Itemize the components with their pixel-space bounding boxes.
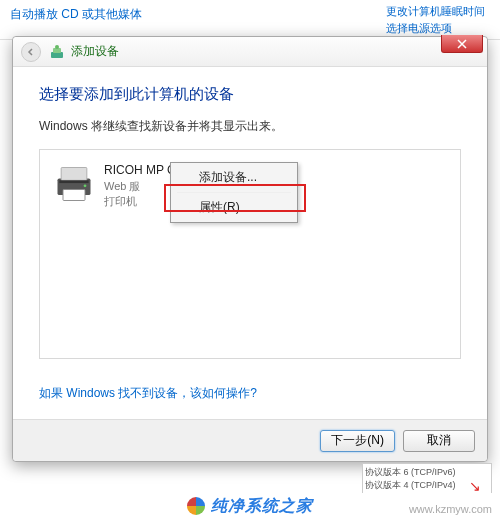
background-protocol-panel: 协议版本 6 (TCP/IPv6) 协议版本 4 (TCP/IPv4) ↘ [362,463,492,495]
svg-rect-6 [59,180,88,183]
autoplay-link[interactable]: 自动播放 CD 或其他媒体 [10,7,142,21]
add-device-dialog: 添加设备 选择要添加到此计算机的设备 Windows 将继续查找新设备并将其显示… [12,36,488,462]
back-button[interactable] [21,42,41,62]
watermark-brand: 纯净系统之家 [211,496,313,517]
background-right-panel: 更改计算机睡眠时间 选择电源选项 [380,0,500,40]
device-icon [49,44,65,60]
title-bar: 添加设备 [13,37,487,67]
power-option-link[interactable]: 选择电源选项 [386,21,494,36]
printer-icon [52,162,96,206]
svg-point-7 [84,184,87,187]
button-row: 下一步(N) 取消 [13,419,487,461]
dialog-title: 添加设备 [71,43,119,60]
dialog-heading: 选择要添加到此计算机的设备 [39,85,461,104]
svg-point-2 [55,45,59,49]
sleep-time-link[interactable]: 更改计算机睡眠时间 [386,4,494,19]
menu-separator [177,192,291,193]
svg-rect-5 [63,190,85,201]
dialog-content: 选择要添加到此计算机的设备 Windows 将继续查找新设备并将其显示出来。 R… [13,67,487,412]
watermark-url: www.kzmyw.com [409,503,492,515]
cancel-button[interactable]: 取消 [403,430,475,452]
context-menu: 添加设备... 属性(R) [170,162,298,223]
menu-add-device[interactable]: 添加设备... [173,165,295,190]
annotation-arrow: ↘ [469,478,481,494]
device-list: RICOH MP C3503 Web 服 打印机 添加设备... 属性(R) [39,149,461,359]
close-button[interactable] [441,35,483,53]
menu-properties[interactable]: 属性(R) [173,195,295,220]
dialog-subtext: Windows 将继续查找新设备并将其显示出来。 [39,118,461,135]
help-link[interactable]: 如果 Windows 找不到设备，该如何操作? [39,385,257,402]
svg-rect-4 [61,168,87,181]
watermark-logo-icon [187,497,205,515]
next-button[interactable]: 下一步(N) [320,430,395,452]
